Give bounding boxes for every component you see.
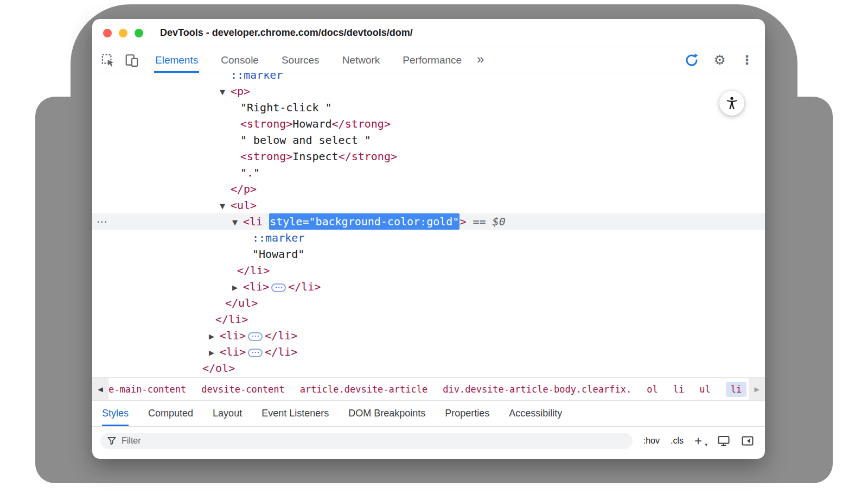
dom-tree-line[interactable]: </li>	[92, 311, 765, 327]
text-token: "Howard"	[252, 248, 304, 261]
inspect-element-icon[interactable]	[101, 53, 115, 67]
text-token: " below and select "	[240, 134, 371, 147]
pseudo-element-token: ::marker	[231, 73, 283, 81]
dom-tree: ::marker▼<p>"Right-click "<strong>Howard…	[92, 73, 765, 377]
breadcrumb-item[interactable]: div.devsite-article-body.clearfix.	[443, 384, 631, 395]
text-token: "."	[240, 166, 260, 179]
styles-panel-tabs: StylesComputedLayoutEvent ListenersDOM B…	[92, 400, 765, 426]
dom-tree-line[interactable]: </ol>	[92, 360, 765, 376]
devtools-window: DevTools - developer.chrome.com/docs/dev…	[92, 19, 765, 459]
dom-tree-line[interactable]: ▶<li>⋯</li>	[92, 279, 765, 295]
dom-tree-line[interactable]: "Howard"	[92, 246, 765, 262]
breadcrumb-bar: ◀ e-main-contentdevsite-contentarticle.d…	[92, 377, 765, 400]
new-style-rule-button[interactable]: +▾	[694, 433, 706, 448]
breadcrumb-item[interactable]: article.devsite-article	[300, 384, 427, 395]
tag-token: <li	[243, 215, 269, 228]
dom-tree-line[interactable]: ⋯▼<li style="background-color:gold"> == …	[92, 213, 765, 230]
toggle-element-state-button[interactable]: :hov	[643, 436, 660, 446]
page: DevTools - developer.chrome.com/docs/dev…	[0, 0, 868, 493]
tab-sources[interactable]: Sources	[280, 47, 321, 73]
rendering-emulations-icon[interactable]	[717, 434, 730, 447]
dom-tree-line[interactable]: " below and select "	[92, 132, 765, 148]
disclosure-arrow-icon[interactable]: ▶	[209, 328, 220, 345]
disclosure-arrow-icon[interactable]: ▼	[220, 198, 231, 214]
dom-tree-line[interactable]: ::marker	[92, 230, 765, 246]
dom-tree-line[interactable]: ▼<p>	[92, 83, 765, 99]
tag-token: <p>	[231, 85, 250, 98]
tag-token: </li>	[288, 280, 321, 293]
breadcrumb-item[interactable]: e-main-content	[108, 384, 186, 395]
close-window-button[interactable]	[103, 29, 112, 37]
tag-token: <strong>	[240, 117, 292, 130]
text-token: Inspect	[292, 150, 338, 163]
breadcrumb-item[interactable]: ol	[647, 384, 658, 395]
styles-filter-bar: :hov .cls +▾	[92, 426, 765, 454]
sync-badge-icon	[685, 53, 699, 67]
breadcrumb-item[interactable]: li	[673, 384, 684, 395]
sync-badge-icon[interactable]	[685, 53, 699, 67]
tab-styles[interactable]: Styles	[102, 401, 129, 426]
dom-tree-line[interactable]: ▶<li>⋯</li>	[92, 344, 765, 360]
device-toolbar-icon	[125, 53, 139, 67]
minimize-window-button[interactable]	[119, 29, 127, 37]
device-toolbar-icon[interactable]	[125, 53, 139, 67]
tab-performance[interactable]: Performance	[401, 47, 463, 73]
toolbar-right-group: ⚙ ⋮	[685, 52, 753, 68]
dollar-zero-hint: $0	[493, 215, 506, 228]
settings-gear-icon[interactable]: ⚙	[714, 52, 726, 68]
edited-attribute-selection[interactable]: style="background-color:gold"	[269, 213, 459, 230]
tag-token: </li>	[237, 264, 270, 277]
tab-computed[interactable]: Computed	[148, 401, 193, 426]
dom-tree-line[interactable]: ▶<li>⋯</li>	[92, 327, 765, 344]
collapsed-content-icon[interactable]: ⋯	[248, 332, 263, 341]
tag-token: </ol>	[202, 362, 235, 375]
dom-tree-line[interactable]: ::marker	[92, 73, 765, 83]
zoom-window-button[interactable]	[135, 29, 143, 37]
row-menu-icon[interactable]: ⋯	[97, 213, 107, 230]
accessibility-person-icon	[724, 96, 739, 111]
tab-event-listeners[interactable]: Event Listeners	[261, 401, 329, 426]
kebab-menu-icon[interactable]: ⋮	[741, 53, 753, 67]
tag-token: </ul>	[225, 296, 258, 309]
disclosure-arrow-icon[interactable]: ▼	[232, 214, 243, 231]
accessibility-button[interactable]	[719, 91, 744, 116]
breadcrumb-item[interactable]: devsite-content	[201, 384, 285, 395]
breadcrumb-scroll-left-icon[interactable]: ◀	[92, 378, 108, 400]
tab-network[interactable]: Network	[341, 47, 381, 73]
dom-tree-line[interactable]: "Right-click "	[92, 99, 765, 116]
breadcrumb-item[interactable]: ul	[699, 384, 710, 395]
breadcrumb-item[interactable]: li	[726, 382, 746, 397]
collapsed-content-icon[interactable]: ⋯	[271, 283, 286, 292]
tag-token: <ul>	[231, 199, 257, 212]
filter-input[interactable]	[122, 436, 626, 446]
operator-token: ==	[466, 215, 492, 228]
tab-console[interactable]: Console	[220, 47, 260, 73]
dom-tree-line[interactable]: <strong>Howard</strong>	[92, 116, 765, 132]
dom-tree-line[interactable]: </ul>	[92, 295, 765, 311]
dom-tree-line[interactable]: </li>	[92, 262, 765, 279]
breadcrumb-scroll-right-icon[interactable]: ▶	[749, 378, 765, 400]
element-classes-button[interactable]: .cls	[671, 436, 684, 446]
pseudo-element-token: ::marker	[252, 231, 304, 244]
dom-tree-line[interactable]: <strong>Inspect</strong>	[92, 148, 765, 165]
tab-dom-breakpoints[interactable]: DOM Breakpoints	[348, 401, 425, 426]
dom-tree-line[interactable]: ▼<ul>	[92, 197, 765, 213]
dom-tree-line[interactable]: </p>	[92, 181, 765, 197]
more-tabs-icon[interactable]: »	[477, 52, 484, 69]
dom-tree-line[interactable]: "."	[92, 165, 765, 181]
tab-elements[interactable]: Elements	[154, 47, 199, 73]
tag-token: <li>	[243, 280, 269, 293]
filter-field[interactable]	[100, 433, 633, 449]
computed-sidebar-toggle-icon[interactable]	[741, 434, 754, 447]
tab-layout[interactable]: Layout	[213, 401, 242, 426]
disclosure-arrow-icon[interactable]: ▼	[220, 84, 231, 100]
tag-token: </p>	[231, 182, 257, 195]
tab-properties[interactable]: Properties	[445, 401, 489, 426]
tab-accessibility[interactable]: Accessibility	[509, 401, 562, 426]
disclosure-arrow-icon[interactable]: ▶	[232, 280, 243, 296]
window-titlebar: DevTools - developer.chrome.com/docs/dev…	[92, 19, 765, 47]
plus-caret-icon: ▾	[705, 442, 707, 447]
collapsed-content-icon[interactable]: ⋯	[248, 349, 263, 357]
disclosure-arrow-icon[interactable]: ▶	[209, 345, 220, 361]
tag-token: </strong>	[332, 117, 391, 130]
